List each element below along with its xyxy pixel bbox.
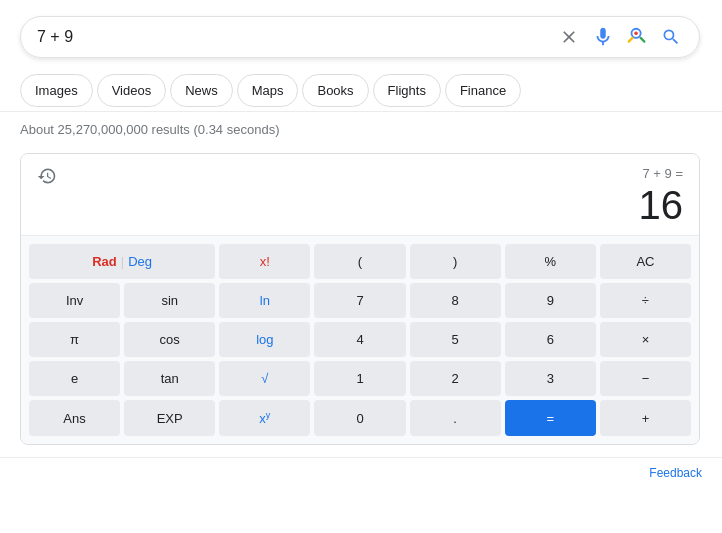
percent-button[interactable]: %	[505, 244, 596, 279]
calc-expression-area: 7 + 9 = 16	[639, 166, 684, 227]
calc-buttons: Rad | Deg x! ( ) % AC Inv sin ln 7 8 9 ÷…	[21, 236, 699, 444]
seven-button[interactable]: 7	[314, 283, 405, 318]
exp-button[interactable]: EXP	[124, 400, 215, 436]
calc-result: 16	[639, 183, 684, 227]
zero-button[interactable]: 0	[314, 400, 405, 436]
divide-button[interactable]: ÷	[600, 283, 691, 318]
nine-button[interactable]: 9	[505, 283, 596, 318]
decimal-button[interactable]: .	[410, 400, 501, 436]
search-tabs: Images Videos News Maps Books Flights Fi…	[0, 70, 722, 112]
search-bar	[20, 16, 700, 58]
ac-button[interactable]: AC	[600, 244, 691, 279]
pi-button[interactable]: π	[29, 322, 120, 357]
search-input[interactable]	[37, 28, 549, 46]
three-button[interactable]: 3	[505, 361, 596, 396]
two-button[interactable]: 2	[410, 361, 501, 396]
svg-point-1	[634, 32, 638, 36]
close-icon	[559, 27, 579, 47]
mic-icon	[592, 26, 614, 48]
ln-button[interactable]: ln	[219, 283, 310, 318]
lens-button[interactable]	[625, 25, 649, 49]
tab-finance[interactable]: Finance	[445, 74, 521, 107]
power-button[interactable]: xy	[219, 400, 310, 436]
cos-button[interactable]: cos	[124, 322, 215, 357]
four-button[interactable]: 4	[314, 322, 405, 357]
sqrt-button[interactable]: √	[219, 361, 310, 396]
e-button[interactable]: e	[29, 361, 120, 396]
calc-display: 7 + 9 = 16	[21, 154, 699, 236]
equals-button[interactable]: =	[505, 400, 596, 436]
search-bar-container	[0, 0, 722, 70]
rad-deg-button[interactable]: Rad | Deg	[29, 244, 215, 279]
calc-expression: 7 + 9 =	[639, 166, 684, 181]
minus-button[interactable]: −	[600, 361, 691, 396]
tan-button[interactable]: tan	[124, 361, 215, 396]
close-paren-button[interactable]: )	[410, 244, 501, 279]
clear-button[interactable]	[557, 25, 581, 49]
inv-button[interactable]: Inv	[29, 283, 120, 318]
log-button[interactable]: log	[219, 322, 310, 357]
open-paren-button[interactable]: (	[314, 244, 405, 279]
tab-flights[interactable]: Flights	[373, 74, 441, 107]
feedback-row: Feedback	[0, 457, 722, 488]
search-button[interactable]	[659, 25, 683, 49]
feedback-link[interactable]: Feedback	[649, 466, 702, 480]
search-icons	[557, 25, 683, 49]
lens-icon	[626, 26, 648, 48]
search-icon	[661, 27, 681, 47]
five-button[interactable]: 5	[410, 322, 501, 357]
history-icon[interactable]	[37, 166, 57, 191]
tab-videos[interactable]: Videos	[97, 74, 167, 107]
factorial-button[interactable]: x!	[219, 244, 310, 279]
tab-maps[interactable]: Maps	[237, 74, 299, 107]
six-button[interactable]: 6	[505, 322, 596, 357]
plus-button[interactable]: +	[600, 400, 691, 436]
voice-search-button[interactable]	[591, 25, 615, 49]
multiply-button[interactable]: ×	[600, 322, 691, 357]
tab-images[interactable]: Images	[20, 74, 93, 107]
ans-button[interactable]: Ans	[29, 400, 120, 436]
results-count: About 25,270,000,000 results (0.34 secon…	[0, 112, 722, 145]
tab-news[interactable]: News	[170, 74, 233, 107]
calculator: 7 + 9 = 16 Rad | Deg x! ( ) % AC Inv sin…	[20, 153, 700, 445]
sin-button[interactable]: sin	[124, 283, 215, 318]
one-button[interactable]: 1	[314, 361, 405, 396]
eight-button[interactable]: 8	[410, 283, 501, 318]
tab-books[interactable]: Books	[302, 74, 368, 107]
